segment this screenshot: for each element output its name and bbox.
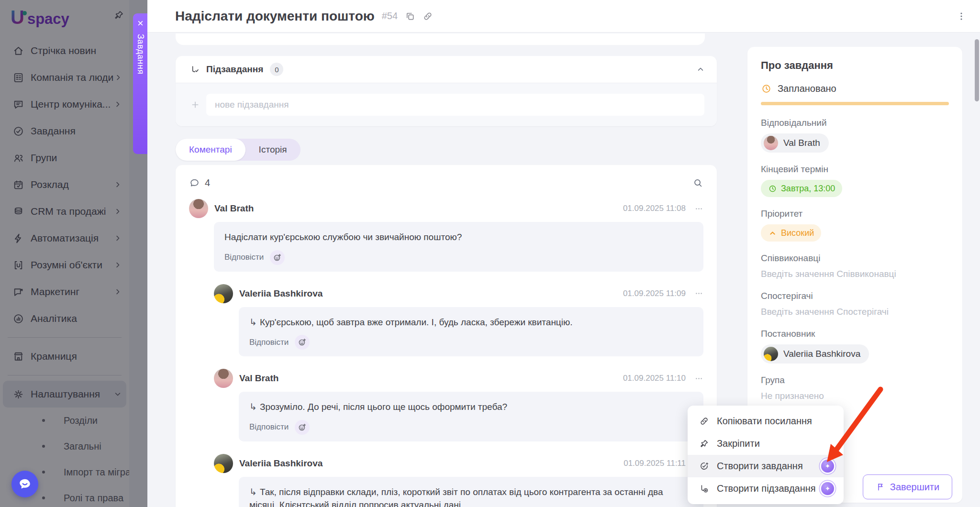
comment-actions: Відповісти bbox=[249, 335, 693, 350]
priority-pill[interactable]: Високий bbox=[761, 224, 821, 242]
comment-actions: Відповісти bbox=[249, 420, 693, 435]
chat-fab-button[interactable] bbox=[11, 471, 38, 497]
task-field: Пріоритет Високий bbox=[761, 209, 949, 242]
reply-button[interactable]: Відповісти bbox=[249, 338, 289, 347]
comment-text: ↳Так, після відправки склади, пліз, коро… bbox=[249, 485, 693, 507]
reply-button[interactable]: Відповісти bbox=[249, 422, 289, 432]
comment-timestamp: 01.09.2025 11:09 bbox=[623, 289, 686, 298]
sparkle-icon: ✦ bbox=[825, 463, 830, 470]
field-placeholder[interactable]: Введіть значення Співвиконавці bbox=[761, 269, 949, 279]
task-plus-icon bbox=[699, 461, 709, 471]
collapse-icon[interactable] bbox=[696, 65, 705, 74]
comment-header: Val Brath 01.09.2025 11:08 bbox=[189, 199, 703, 218]
finish-button-label: Завершити bbox=[890, 482, 939, 493]
comment-menu-icon[interactable] bbox=[694, 374, 703, 383]
panel-title: Про завдання bbox=[761, 59, 949, 72]
close-icon[interactable] bbox=[136, 19, 145, 27]
task-field: Відповідальний Val Brath bbox=[761, 118, 949, 153]
comment-header: Valeriia Bashkirova 01.09.2025 11:09 bbox=[214, 284, 703, 303]
copy-icon[interactable] bbox=[405, 11, 415, 22]
new-subtask-input[interactable] bbox=[206, 94, 704, 116]
status-clock-icon bbox=[761, 83, 772, 94]
field-label: Постановник bbox=[761, 329, 949, 339]
comment-bubble: ↳Так, після відправки склади, пліз, коро… bbox=[239, 477, 703, 507]
search-icon[interactable] bbox=[692, 177, 703, 188]
status-label: Заплановано bbox=[778, 83, 836, 94]
scrolled-card-edge bbox=[176, 33, 705, 45]
reply-arrow-icon: ↳ bbox=[249, 400, 257, 414]
person-name: Val Brath bbox=[783, 138, 820, 148]
task-title: Надіслати документи поштою bbox=[175, 9, 375, 24]
subtasks-icon bbox=[190, 65, 200, 75]
dim-overlay[interactable] bbox=[0, 0, 147, 507]
comment-text: ↳Зрозуміло. До речі, після цього ще щось… bbox=[249, 400, 693, 414]
field-placeholder[interactable]: Введіть значення Спостерігачі bbox=[761, 307, 949, 317]
comment-text: ↳Кур'єрською, щоб завтра вже отримали. І… bbox=[249, 316, 693, 329]
field-label: Співвиконавці bbox=[761, 253, 949, 264]
menu-item-label: Створити підзавдання bbox=[717, 483, 816, 494]
drawer-tab-label: Завдання bbox=[135, 34, 145, 74]
reply-arrow-icon: ↳ bbox=[249, 485, 257, 499]
add-reaction-icon[interactable] bbox=[270, 250, 285, 265]
comment-menu-icon[interactable] bbox=[694, 289, 703, 298]
person-chip[interactable]: Valeriia Bashkirova bbox=[761, 344, 869, 364]
task-field: Постановник Valeriia Bashkirova bbox=[761, 329, 949, 364]
comments-count: 4 bbox=[205, 177, 210, 188]
chat-bubble-icon bbox=[18, 477, 32, 491]
subtasks-header[interactable]: Підзавдання 0 bbox=[176, 56, 717, 83]
add-reaction-icon[interactable] bbox=[295, 335, 310, 350]
context-menu-item[interactable]: Створити підзавдання ✦ bbox=[688, 477, 844, 500]
comment-item: Val Brath 01.09.2025 11:10 ↳Зрозуміло. Д… bbox=[214, 369, 703, 441]
context-menu-item[interactable]: Закріпити bbox=[688, 432, 844, 455]
comment-header: Val Brath 01.09.2025 11:10 bbox=[214, 369, 703, 388]
plus-icon[interactable] bbox=[190, 99, 200, 110]
field-placeholder[interactable]: Не призначено bbox=[761, 391, 949, 401]
comment-bubble: ↳Зрозуміло. До речі, після цього ще щось… bbox=[239, 392, 703, 441]
deadline-value: Завтра, 13:00 bbox=[781, 184, 835, 194]
flag-icon bbox=[876, 482, 885, 492]
task-id: #54 bbox=[382, 11, 398, 22]
comments-history-tabs: Коментарі Історія bbox=[176, 139, 301, 161]
comment-timestamp: 01.09.2025 11:10 bbox=[623, 374, 686, 383]
comment-author: Valeriia Bashkirova bbox=[239, 458, 323, 469]
finish-button[interactable]: Завершити bbox=[863, 474, 952, 499]
drawer-tab[interactable]: Завдання bbox=[133, 13, 147, 154]
ai-badge[interactable]: ✦ bbox=[821, 460, 834, 473]
context-menu-item[interactable]: Копіювати посилання bbox=[688, 410, 844, 432]
link-icon bbox=[699, 416, 709, 426]
field-label: Група bbox=[761, 375, 949, 386]
avatar bbox=[214, 454, 233, 473]
context-menu-item[interactable]: Створити завдання ✦ bbox=[688, 455, 844, 477]
ai-badge[interactable]: ✦ bbox=[821, 482, 834, 495]
subtasks-title: Підзавдання bbox=[206, 64, 263, 75]
subtasks-body bbox=[176, 83, 717, 126]
subtasks-count-badge: 0 bbox=[270, 63, 283, 76]
comments-count-row: 4 bbox=[189, 177, 703, 188]
status-progress-bar bbox=[761, 102, 949, 105]
reply-button[interactable]: Відповісти bbox=[224, 253, 264, 262]
comment-menu-icon[interactable] bbox=[694, 204, 703, 213]
person-chip[interactable]: Val Brath bbox=[761, 133, 829, 153]
menu-item-label: Копіювати посилання bbox=[717, 416, 812, 427]
task-header: Надіслати документи поштою #54 bbox=[147, 0, 980, 33]
more-menu-icon[interactable] bbox=[956, 11, 967, 22]
link-icon[interactable] bbox=[423, 11, 433, 22]
comment-timestamp: 01.09.2025 11:11 bbox=[624, 459, 686, 468]
comment-timestamp: 01.09.2025 11:08 bbox=[623, 204, 686, 213]
subtasks-card: Підзавдання 0 bbox=[176, 56, 717, 126]
comment-text: Надіслати кур'єрською службою чи звичайн… bbox=[224, 231, 693, 244]
scrollbar[interactable] bbox=[975, 33, 979, 506]
status-row[interactable]: Заплановано bbox=[761, 83, 949, 94]
comment-item: Valeriia Bashkirova 01.09.2025 11:11 ↳Та… bbox=[214, 454, 703, 507]
add-reaction-icon[interactable] bbox=[295, 420, 310, 435]
field-label: Кінцевий термін bbox=[761, 164, 949, 175]
tab-comments[interactable]: Коментарі bbox=[176, 139, 245, 161]
tab-history[interactable]: Історія bbox=[245, 139, 301, 161]
comments-card: 4 Val Brath 01.09.2025 11:08 bbox=[176, 165, 717, 507]
field-label: Пріоритет bbox=[761, 209, 949, 219]
task-field: Співвиконавці Введіть значення Співвикон… bbox=[761, 253, 949, 279]
comment-item: Valeriia Bashkirova 01.09.2025 11:09 ↳Ку… bbox=[214, 284, 703, 357]
scrollbar-thumb[interactable] bbox=[975, 39, 979, 101]
deadline-pill[interactable]: Завтра, 13:00 bbox=[761, 180, 842, 197]
comment-item: Val Brath 01.09.2025 11:08 Надіслати кур… bbox=[189, 199, 703, 272]
